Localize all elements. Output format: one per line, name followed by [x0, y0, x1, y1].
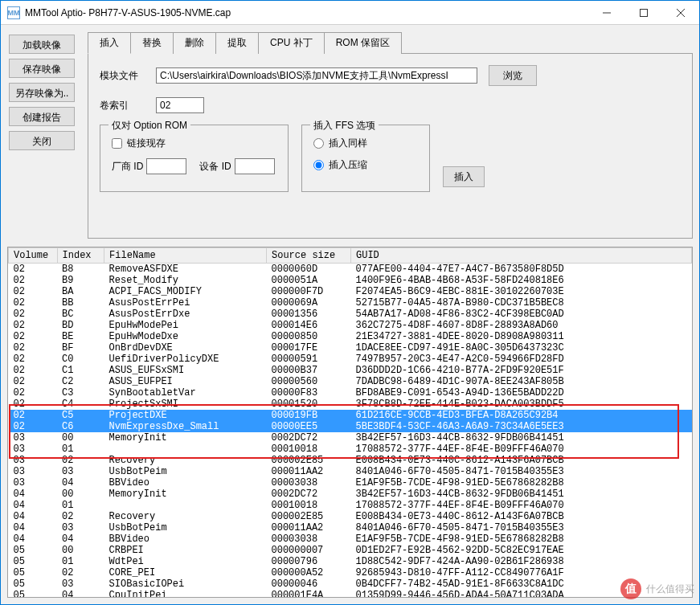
col-guid[interactable]: GUID — [350, 248, 691, 264]
table-row[interactable]: 02BAACPI_FACS_MODIFY000000F7DF2074EA5-B6… — [9, 286, 692, 297]
table-row[interactable]: 02BDEpuHwModePei000014E6362C7275-4D8F-46… — [9, 320, 692, 331]
table-cell: AsusPostErrPei — [104, 297, 267, 309]
table-cell: WdtPei — [104, 556, 267, 567]
table-row[interactable]: 0501WdtPei000007961D88C542-9DF7-424A-AA9… — [9, 556, 692, 567]
table-row[interactable]: 02C0UefiDriverPolicyDXE000005917497B957-… — [9, 354, 692, 365]
table-row[interactable]: 0404BBVideo00003038E1AF9F5B-7CDE-4F98-91… — [9, 533, 692, 545]
module-table-scroll[interactable]: Volume Index FileName Source size GUID 0… — [8, 247, 692, 597]
table-cell: 02 — [9, 399, 58, 410]
table-cell: 02 — [57, 567, 104, 578]
tab-cpu-patch[interactable]: CPU 补丁 — [258, 32, 325, 54]
table-row[interactable]: 02B9Reset_Modify0000051A1400F9E6-4BAB-4B… — [9, 275, 692, 286]
insert-compressed-radio[interactable] — [313, 160, 324, 170]
browse-button[interactable]: 浏览 — [489, 65, 537, 86]
close-image-button[interactable]: 关闭 — [9, 131, 75, 150]
table-row[interactable]: 02C4ProjectSxSMI000015203F78CB8D-72EE-41… — [9, 399, 692, 410]
table-cell: BBVideo — [104, 533, 267, 545]
table-row[interactable]: 02BBAsusPostErrPei0000069A52715B77-04A5-… — [9, 297, 692, 309]
table-row[interactable]: 02C3SynBootabletVar00000F83BFD8ABE9-C091… — [9, 387, 692, 399]
table-row[interactable]: 02C5ProjectDXE000019FB61D216CE-9CCB-4ED3… — [9, 410, 692, 421]
device-id-input[interactable] — [235, 158, 275, 174]
close-button[interactable] — [662, 1, 699, 25]
option-rom-group-title: 仅对 Option ROM — [108, 119, 190, 133]
table-row[interactable]: 02C2ASUS_EUFPEI000005607DADBC98-6489-4D1… — [9, 376, 692, 387]
tab-rom-reserve[interactable]: ROM 保留区 — [324, 32, 402, 54]
table-cell: 02 — [9, 365, 58, 376]
table-cell: C2 — [57, 376, 104, 387]
maximize-button[interactable] — [625, 1, 662, 25]
col-volume[interactable]: Volume — [9, 248, 58, 264]
tabstrip: 插入 替换 删除 提取 CPU 补丁 ROM 保留区 — [88, 31, 693, 54]
table-row[interactable]: 0403UsbBotPeim000011AA28401A046-6F70-450… — [9, 522, 692, 533]
save-image-button[interactable]: 保存映像 — [9, 59, 75, 78]
table-row[interactable]: 02C1ASUS_EUFSxSMI00000B37D36DDD2D-1C66-4… — [9, 365, 692, 376]
load-image-button[interactable]: 加载映像 — [9, 35, 75, 54]
app-icon: MM — [7, 6, 20, 19]
table-row[interactable]: 0303UsbBotPeim000011AA28401A046-6F70-450… — [9, 466, 692, 477]
col-source-size[interactable]: Source size — [267, 248, 351, 264]
table-row[interactable]: 0300MemoryInit0002DC723B42EF57-16D3-44CB… — [9, 432, 692, 444]
table-cell: 1400F9E6-4BAB-4B68-A53F-58FD240818E6 — [350, 275, 691, 286]
volume-index-input[interactable] — [156, 97, 204, 113]
table-row[interactable]: 0400MemoryInit0002DC723B42EF57-16D3-44CB… — [9, 488, 692, 500]
minimize-button[interactable] — [588, 1, 625, 25]
table-cell: 00 — [57, 488, 104, 500]
table-cell: 03 — [9, 466, 58, 477]
col-filename[interactable]: FileName — [104, 248, 267, 264]
table-cell: SIOBasicIOPei — [104, 578, 267, 590]
table-cell: MemoryInit — [104, 432, 267, 444]
table-cell: 54AB7A17-AD08-4F86-83C2-4CF398EBC0AD — [350, 309, 691, 320]
table-row[interactable]: 02B8RemoveASFDXE0000060D077AFE00-4404-47… — [9, 264, 692, 276]
table-row[interactable]: 0302Recovery000002E85E008B434-0E73-440C-… — [9, 455, 692, 466]
insert-same-radio[interactable] — [313, 138, 324, 149]
table-cell: 00003038 — [267, 533, 351, 545]
insert-compressed-label: 插入压缩 — [329, 158, 367, 172]
table-row[interactable]: 0402Recovery000002E85E008B434-0E73-440C-… — [9, 511, 692, 522]
table-cell: CRBPEI — [104, 545, 267, 556]
col-index[interactable]: Index — [57, 248, 104, 264]
table-cell: 02 — [57, 455, 104, 466]
table-cell: 000011AA2 — [267, 522, 351, 533]
table-row[interactable]: 0504CpuInitPei000001E4A01359D99-9446-456… — [9, 590, 692, 597]
vendor-id-input[interactable] — [146, 158, 186, 174]
table-row[interactable]: 0304BBVideo00003038E1AF9F5B-7CDE-4F98-91… — [9, 477, 692, 488]
table-row[interactable]: 02C6NvmExpressDxe_Small00000EE55BE3BDF4-… — [9, 421, 692, 432]
tab-replace[interactable]: 替换 — [130, 32, 174, 54]
table-row[interactable]: 02BCAsusPostErrDxe0000135654AB7A17-AD08-… — [9, 309, 692, 320]
table-row[interactable]: 02BEEpuHwModeDxe0000085021E34727-3881-4D… — [9, 331, 692, 342]
module-file-input[interactable] — [156, 67, 477, 84]
table-cell: 02 — [9, 286, 58, 297]
table-row[interactable]: 04010001001817088572-377F-44EF-8F4E-B09F… — [9, 500, 692, 511]
table-cell: UefiDriverPolicyDXE — [104, 354, 267, 365]
save-image-as-button[interactable]: 另存映像为.. — [9, 83, 75, 102]
tab-extract[interactable]: 提取 — [215, 32, 259, 54]
table-cell: 05 — [9, 545, 58, 556]
create-report-button[interactable]: 创建报告 — [9, 107, 75, 126]
link-existing-checkbox[interactable] — [112, 138, 122, 149]
table-row[interactable]: 03010001001817088572-377F-44EF-8F4E-B09F… — [9, 444, 692, 455]
table-cell: 000001E4A — [267, 590, 351, 597]
table-cell: 000000007 — [267, 545, 351, 556]
table-cell: 00001356 — [267, 309, 351, 320]
table-cell: 05 — [9, 556, 58, 567]
table-row[interactable]: 0500CRBPEI0000000070D1ED2F7-E92B-4562-92… — [9, 545, 692, 556]
table-row[interactable]: 02BFOnBrdDevDXE000017FE1DACE8EE-CD97-491… — [9, 342, 692, 354]
module-table-area: Volume Index FileName Source size GUID 0… — [7, 247, 693, 598]
table-cell: ProjectSxSMI — [104, 399, 267, 410]
table-row[interactable]: 0502CORE_PEI000000A5292685943-D810-47FF-… — [9, 567, 692, 578]
table-cell: 00000796 — [267, 556, 351, 567]
tab-delete[interactable]: 删除 — [173, 32, 216, 54]
table-cell: UsbBotPeim — [104, 466, 267, 477]
table-cell: 7DADBC98-6489-4D1C-907A-8EE243AF805B — [350, 376, 691, 387]
ffs-options-title: 插入 FFS 选项 — [310, 119, 379, 133]
tab-insert[interactable]: 插入 — [88, 32, 131, 54]
table-cell: B9 — [57, 275, 104, 286]
table-cell: 00 — [57, 432, 104, 444]
table-cell: 5BE3BDF4-53CF-46A3-A6A9-73C34A6E5EE3 — [350, 421, 691, 432]
module-table: Volume Index FileName Source size GUID 0… — [8, 247, 692, 597]
table-cell: C6 — [57, 421, 104, 432]
table-cell: 01 — [57, 556, 104, 567]
table-row[interactable]: 0503SIOBasicIOPei000000460B4DCFF7-74B2-4… — [9, 578, 692, 590]
table-cell — [104, 444, 267, 455]
insert-button[interactable]: 插入 — [443, 166, 485, 187]
